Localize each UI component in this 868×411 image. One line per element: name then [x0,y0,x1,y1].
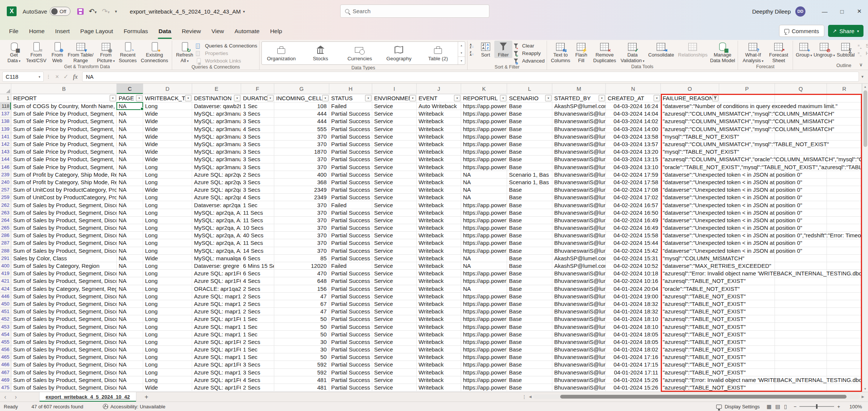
cell-M469[interactable]: BhuvaneswariS@lumel [552,376,606,384]
cell-Q455[interactable] [775,338,827,346]
cell-C139[interactable]: NA [117,125,143,133]
cell-J467[interactable]: Writeback [417,369,461,376]
cell-G465[interactable]: 50 [274,353,329,361]
cell-H450[interactable]: Partial Success [329,300,372,308]
cell-L452[interactable]: Base [507,315,552,323]
flash-fill-button[interactable]: ⚡Flash Fill [573,41,590,63]
cell-G141[interactable]: 370 [274,133,329,141]
cell-N144[interactable]: 04-03-2024 13:15 [606,156,661,163]
row-header-455[interactable]: 455 [0,338,11,346]
cell-K257[interactable]: NA [461,186,507,194]
cell-D138[interactable]: Wide [143,118,192,125]
cell-H467[interactable]: Partial Success [329,369,372,376]
cell-R450[interactable] [827,300,862,308]
cell-I421[interactable]: Service [372,277,417,285]
minimize-button[interactable]: — [816,4,833,19]
cell-I446[interactable]: Service [372,293,417,300]
search-input[interactable]: Search [340,5,489,18]
cell-C291[interactable]: NA [117,255,143,262]
cell-D118[interactable]: Long [143,102,192,110]
cell-H400[interactable]: Failed [329,262,372,270]
row-header-465[interactable]: 465 [0,353,11,361]
cell-C286[interactable]: NA [117,232,143,239]
cell-R265[interactable] [827,224,862,232]
row-header-144[interactable]: 144 [0,156,11,163]
cell-Q475[interactable] [775,384,827,391]
cell-B455[interactable]: Sum of Sales by Product, Segment, Discou… [11,338,117,346]
cell-B452[interactable]: Sum of Sales by Product, Segment, Discou… [11,315,117,323]
cell-E262[interactable]: Dataverse: apr2qa [192,201,241,209]
sort-z-to-a-button[interactable]: ZA↓ [469,50,477,57]
cell-F454[interactable]: 1 Sec [241,331,274,338]
vertical-scroll-thumb[interactable] [863,90,867,147]
scroll-down-icon[interactable]: ▼ [864,386,867,392]
cell-O286[interactable]: "dataverse":"Unexpected token < in JSON … [661,232,719,239]
cell-M263[interactable]: BhuvaneswariS@lumel [552,209,606,217]
cell-K467[interactable]: https://app.powerbi.co [461,369,507,376]
cell-O451[interactable]: "azuresql":"TABLE_NOT_EXIST" [661,308,719,315]
cell-O455[interactable]: "azuresql":"TABLE_NOT_EXIST" [661,338,719,346]
cell-O467[interactable]: "azuresql":"TABLE_NOT_EXIST" [661,369,719,376]
cell-R467[interactable] [827,369,862,376]
zoom-out-icon[interactable]: − [794,404,797,409]
cell-M291[interactable]: AkashSP@lumel.com [552,255,606,262]
cell-N138[interactable]: 04-03-2024 14:02 [606,118,661,125]
cell-N263[interactable]: 04-02-2024 16:50 [606,209,661,217]
cell-K139[interactable]: https://app.powerbi.co [461,125,507,133]
cell-D143[interactable]: Wide [143,148,192,156]
cell-I138[interactable]: Service [372,118,417,125]
cell-O263[interactable]: "dataverse":"Unexpected token < in JSON … [661,209,719,217]
cell-H456[interactable]: Partial Success [329,346,372,353]
cell-L257[interactable]: Base [507,186,552,194]
data-type-table-2-[interactable]: Table (2) [419,42,458,64]
cell-C456[interactable]: NA [117,346,143,353]
cell-E240[interactable]: Azure SQL: apr2qwqw, [192,179,241,186]
cell-O454[interactable]: "azuresql":"TABLE_NOT_EXIST" [661,331,719,338]
cell-C138[interactable]: NA [117,118,143,125]
cell-M452[interactable]: BhuvaneswariS@lumel [552,315,606,323]
cell-M454[interactable]: BhuvaneswariS@lumel [552,331,606,338]
cell-K143[interactable]: https://app.powerbi.co [461,148,507,156]
from-table-range-button[interactable]: ▾From Table/ Range [66,41,95,63]
cell-G453[interactable]: 50 [274,323,329,330]
cell-H475[interactable]: Partial Success [329,384,372,391]
cell-M264[interactable]: BhuvaneswariS@lumel [552,217,606,224]
cell-C262[interactable]: NA [117,201,143,209]
cell-M141[interactable]: BhuvaneswariS@lumel [552,133,606,141]
cell-J263[interactable]: Writeback [417,209,461,217]
cell-F424[interactable]: 2 Secs [241,285,274,293]
cell-L291[interactable]: Base [507,255,552,262]
cell-R446[interactable] [827,293,862,300]
cell-J144[interactable]: Writeback [417,156,461,163]
cell-E142[interactable]: MySQL: apr3manual, Az [192,141,241,148]
cell-L453[interactable]: Base [507,323,552,330]
cell-J465[interactable]: Writeback [417,353,461,361]
cell-M450[interactable]: BhuvaneswariS@lumel [552,300,606,308]
column-header-M[interactable]: M [552,84,606,94]
cell-R141[interactable] [827,133,862,141]
close-button[interactable]: ✕ [851,4,868,19]
cell-N469[interactable]: 04-01-2024 15:26 [606,376,661,384]
cell-L146[interactable]: Base [507,163,552,171]
cell-I475[interactable]: Service [372,384,417,391]
row-header-454[interactable]: 454 [0,331,11,338]
cell-K259[interactable]: NA [461,194,507,201]
cell-D455[interactable]: Long [143,338,192,346]
cell-K450[interactable]: https://app.powerbi.co [461,300,507,308]
cell-D142[interactable]: Wide [143,141,192,148]
cell-C454[interactable]: NA [117,331,143,338]
cell-K262[interactable]: https://app.powerbi.co [461,201,507,209]
cell-G287[interactable]: 370 [274,239,329,247]
cell-F262[interactable]: 1 Sec [241,201,274,209]
cell-C143[interactable]: NA [117,148,143,156]
cell-L139[interactable]: Base [507,125,552,133]
cell-M287[interactable]: BhuvaneswariS@lumel [552,239,606,247]
cell-H239[interactable]: Partial Success [329,171,372,179]
cell-B469[interactable]: Sum of Sales by Product, Segment, Discou… [11,376,117,384]
header-cell-DESTINATION[interactable]: DESTINATION▾ [192,94,241,102]
cell-L240[interactable]: Scenario 1, Bas [507,179,552,186]
data-type-geography[interactable]: Geography [379,42,419,64]
cell-Q424[interactable] [775,285,827,293]
cell-H142[interactable]: Partial Success [329,141,372,148]
cell-G467[interactable]: 592 [274,369,329,376]
